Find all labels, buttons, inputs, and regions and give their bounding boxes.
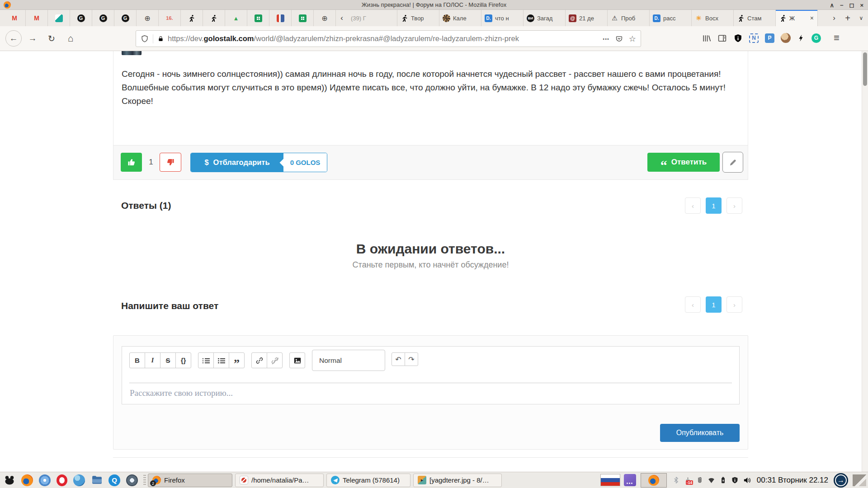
- upvote-button[interactable]: [121, 153, 142, 172]
- scrollbar[interactable]: [862, 51, 868, 472]
- forward-button[interactable]: →: [24, 30, 41, 47]
- edit-button[interactable]: [722, 152, 743, 173]
- tab-stripes-app[interactable]: [269, 10, 292, 26]
- ublock-extension-icon[interactable]: [733, 33, 743, 43]
- tab-21de[interactable]: @21 де: [566, 10, 608, 26]
- blockquote-button[interactable]: ”: [229, 352, 245, 368]
- menu-icon[interactable]: ≡: [834, 32, 840, 44]
- sidebar-toggle-icon[interactable]: [717, 33, 727, 43]
- tab-tvor[interactable]: Твор: [397, 10, 439, 26]
- keyboard-layout-ru-flag[interactable]: [600, 474, 620, 486]
- numbered-list-button[interactable]: [213, 352, 229, 368]
- wifi-tray-icon[interactable]: [708, 476, 715, 484]
- clock[interactable]: 00:31 Вторник 22.12: [757, 476, 828, 485]
- tab-date-page[interactable]: 16.: [159, 10, 181, 26]
- url-text[interactable]: https://dev.golostalk.com/world/@ladyzar…: [168, 34, 599, 43]
- tab-gmail[interactable]: M: [4, 10, 26, 26]
- bullet-list-button[interactable]: [198, 352, 214, 368]
- downvote-button[interactable]: [160, 153, 181, 172]
- tab-golos[interactable]: [203, 10, 225, 26]
- insert-image-button[interactable]: [289, 352, 305, 368]
- new-tab-button[interactable]: +: [841, 13, 854, 23]
- opera-launcher-icon[interactable]: [57, 474, 67, 486]
- donate-button[interactable]: $ Отблагодарить: [191, 153, 283, 172]
- tab-kale[interactable]: Кале: [439, 10, 481, 26]
- privacy-globe-launcher-icon[interactable]: [126, 474, 138, 486]
- lightning-extension-icon[interactable]: [797, 34, 805, 42]
- file-manager-launcher-icon[interactable]: [91, 474, 103, 486]
- upvote-count[interactable]: 1: [142, 153, 160, 172]
- tab-active-zhizn-prekrasna[interactable]: Ж×: [776, 10, 818, 26]
- pocket-icon[interactable]: [615, 35, 623, 42]
- workspace-pager-icon[interactable]: →: [834, 473, 848, 488]
- paragraph-format-select[interactable]: Normal: [312, 350, 385, 371]
- strikethrough-button[interactable]: S: [160, 352, 176, 368]
- tab-scroll-right-button[interactable]: ›: [827, 14, 841, 23]
- tab-drive[interactable]: ▲: [225, 10, 247, 26]
- url-bar[interactable]: https://dev.golostalk.com/world/@ladyzar…: [136, 30, 641, 47]
- q-browser-launcher-icon[interactable]: Q: [108, 474, 120, 486]
- firefox-window-preview[interactable]: [641, 473, 667, 488]
- italic-button[interactable]: I: [145, 352, 160, 368]
- redo-button[interactable]: ↷: [405, 352, 418, 366]
- temperature-tray-icon[interactable]: -14: [684, 476, 692, 484]
- page-actions-icon[interactable]: •••: [603, 36, 609, 42]
- back-button[interactable]: ←: [5, 30, 22, 47]
- web-globe-launcher-icon[interactable]: [73, 474, 85, 486]
- tab-prob[interactable]: ⚠Проб: [608, 10, 650, 26]
- tab-vosh[interactable]: ☀Восх: [692, 10, 734, 26]
- next-page-button[interactable]: ›: [726, 197, 742, 214]
- taskbar-window-home-folder[interactable]: /home/natalia/Pa…: [235, 474, 324, 487]
- tab-google[interactable]: G: [92, 10, 114, 26]
- battery-tray-icon[interactable]: [719, 476, 727, 484]
- purple-app-window-icon[interactable]: [624, 474, 636, 486]
- xfce-menu-icon[interactable]: [4, 474, 15, 486]
- home-button[interactable]: ⌂: [62, 30, 79, 47]
- n-extension-icon[interactable]: N: [749, 33, 759, 43]
- prev-page-button[interactable]: ‹: [685, 197, 701, 214]
- profile-avatar[interactable]: [781, 33, 791, 43]
- tab-scroll-left-button[interactable]: ‹: [336, 10, 348, 26]
- taskbar-window-image-viewer[interactable]: ▸ [yagdterer.jpg - 8/…: [413, 474, 502, 487]
- security-shield-tray-icon[interactable]: [731, 476, 739, 484]
- tab-web[interactable]: ⊕: [137, 10, 159, 26]
- remove-link-button[interactable]: [267, 352, 283, 368]
- show-desktop-button[interactable]: [853, 474, 866, 486]
- lock-icon[interactable]: [157, 35, 164, 42]
- next-page-button[interactable]: ›: [726, 296, 742, 313]
- grammarly-extension-icon[interactable]: G: [811, 33, 821, 43]
- minimize-window-button[interactable]: −: [840, 2, 844, 9]
- tab-list-dropdown-button[interactable]: ∨: [854, 15, 868, 21]
- payout-amount[interactable]: 0 GOLOS: [283, 153, 327, 172]
- p-extension-icon[interactable]: P: [765, 33, 774, 43]
- tab-sheets[interactable]: [247, 10, 269, 26]
- bookmark-star-icon[interactable]: ☆: [629, 34, 636, 44]
- undo-button[interactable]: ↶: [392, 352, 405, 366]
- publish-button[interactable]: Опубликовать: [660, 424, 740, 442]
- tracking-shield-icon[interactable]: [141, 35, 149, 43]
- bluetooth-tray-icon[interactable]: [672, 476, 680, 484]
- volume-tray-icon[interactable]: [743, 476, 751, 484]
- scrollbar-thumb[interactable]: [863, 52, 867, 86]
- library-icon[interactable]: [702, 33, 711, 43]
- reply-button[interactable]: “ Ответить: [647, 153, 720, 172]
- page-1-button[interactable]: 1: [706, 197, 722, 214]
- editor[interactable]: B I S {} ” Normal: [122, 346, 740, 404]
- shade-window-button[interactable]: ∧: [830, 2, 835, 9]
- tab-stam[interactable]: Стам: [734, 10, 776, 26]
- tab-teal-app[interactable]: [48, 10, 70, 26]
- code-button[interactable]: {}: [175, 352, 191, 368]
- bold-button[interactable]: B: [129, 352, 145, 368]
- prev-page-button[interactable]: ‹: [685, 296, 701, 313]
- tab-zagad[interactable]: ВИЗагад: [524, 10, 566, 26]
- clipboard-tray-icon[interactable]: [696, 476, 703, 484]
- tab-gmail[interactable]: M: [26, 10, 48, 26]
- insert-link-button[interactable]: [251, 352, 267, 368]
- tab-google[interactable]: G: [114, 10, 137, 26]
- chromium-launcher-icon[interactable]: [39, 474, 51, 486]
- taskbar-window-telegram[interactable]: Telegram (578614): [326, 474, 410, 487]
- tab-sheets[interactable]: [292, 10, 314, 26]
- close-tab-icon[interactable]: ×: [810, 14, 814, 22]
- tab-google[interactable]: G: [70, 10, 92, 26]
- tab-scrolled[interactable]: (39) Г: [348, 10, 397, 26]
